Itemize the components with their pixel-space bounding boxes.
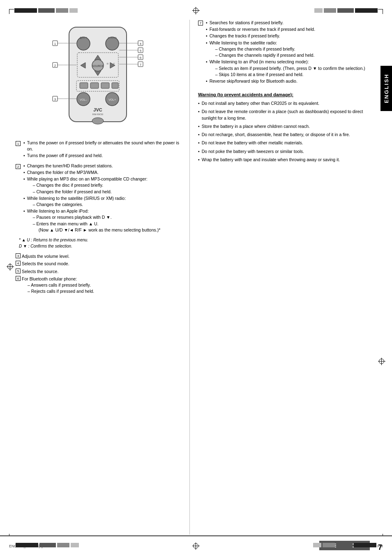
- svg-rect-18: [112, 83, 118, 88]
- item2-content: • Changes the tuner/HD Radio preset stat…: [23, 163, 180, 234]
- svg-text:4: 4: [140, 42, 142, 46]
- item6: 6 For Bluetooth cellular phone: – Answer…: [16, 276, 180, 295]
- footnote-line1: * ▲ U : Returns to the previous menu.: [19, 237, 180, 243]
- right-reg-mark: [378, 358, 385, 365]
- left-reg-mark: [7, 263, 14, 271]
- warning-title: Warning (to prevent accidents and damage…: [198, 92, 376, 97]
- svg-rect-17: [101, 83, 109, 88]
- svg-text:JVC: JVC: [93, 107, 102, 112]
- english-tab: ENGLISH: [380, 66, 392, 111]
- svg-text:SOURCE: SOURCE: [92, 65, 104, 67]
- warn-item-4: • Do not recharge, short, disassemble, h…: [198, 132, 376, 138]
- page-number: 7: [378, 543, 382, 552]
- item3: 3 Adjusts the volume level.: [16, 253, 180, 259]
- item1-section: 1 • Turns the power on if pressed briefl…: [16, 140, 180, 160]
- warn-item-6: • Do not poke the battery with tweezers …: [198, 148, 376, 155]
- item7-ipod-d1: – Selects an item if pressed briefly. (T…: [210, 65, 365, 72]
- item7-num: 7: [198, 20, 204, 25]
- svg-text:RM-RK50: RM-RK50: [92, 113, 104, 116]
- svg-text:SOUND: SOUND: [108, 37, 117, 39]
- item6-dash1: – Answers calls if pressed briefly.: [22, 282, 94, 288]
- item7-b5: • While listening to an iPod (in menu se…: [206, 59, 365, 78]
- column-divider: [189, 20, 190, 535]
- left-column: ⏻/ATT SOUND SOURCE: [16, 20, 186, 535]
- item7-bullets: • Searches for stations if pressed brief…: [206, 20, 365, 85]
- item2-bullet5: • While listening to an Apple iPod: – Pa…: [23, 208, 180, 233]
- warn-item-1: • Do not install any battery other than …: [198, 100, 376, 107]
- item7-section: 7 • Searches for stations if pressed bri…: [198, 20, 376, 85]
- item2-bullet4: • While listening to the satellite (SIRI…: [23, 195, 180, 208]
- svg-text:3: 3: [54, 97, 56, 101]
- remote-image: ⏻/ATT SOUND SOURCE: [44, 23, 151, 134]
- svg-rect-15: [80, 83, 88, 88]
- warn-item-7: • Wrap the battery with tape and insulat…: [198, 157, 376, 163]
- footnote-line2: D ▼ : Confirms the selection.: [19, 243, 180, 249]
- item7-ipod-d2: – Skips 10 items at a time if pressed an…: [210, 72, 365, 78]
- bottom-deco-bars: [16, 542, 376, 548]
- item2-dash2: – Changes the folder if pressed and held…: [27, 189, 148, 195]
- remote-svg: ⏻/ATT SOUND SOURCE: [44, 23, 151, 134]
- item6-dash2: – Rejects calls if pressed and held.: [22, 288, 94, 294]
- warn-item-2: • Do not leave the remote controller in …: [198, 109, 376, 121]
- item1-bullet1: • Turns the power on if pressed briefly …: [23, 140, 180, 152]
- item1-bullet2: • Turns the power off if pressed and hel…: [23, 153, 180, 159]
- svg-rect-16: [90, 83, 99, 88]
- svg-text:R: R: [107, 63, 108, 65]
- item7-b2: • Fast-forwards or reverses the track if…: [206, 26, 365, 32]
- item7-sat-d1: – Changes the channels if pressed briefl…: [210, 46, 315, 52]
- svg-point-25: [92, 118, 104, 124]
- item2-sub: (Now ▲ U/D ▼/◄ R/F ► work as the menu se…: [27, 227, 161, 233]
- warn-item-3: • Store the battery in a place where chi…: [198, 123, 376, 130]
- warn-item-5: • Do not leave the battery with other me…: [198, 140, 376, 146]
- footnote: * ▲ U : Returns to the previous menu. D …: [19, 237, 180, 249]
- right-column: 7 • Searches for stations if pressed bri…: [193, 20, 376, 535]
- item5: 5 Selects the source.: [16, 269, 180, 275]
- item7-b1: • Searches for stations if pressed brief…: [206, 20, 365, 26]
- item2-dash5: – Enters the main menu with ▲ U.: [27, 221, 161, 227]
- item2-bullet3: • While playing an MP3 disc on an MP3-co…: [23, 176, 180, 195]
- svg-text:1: 1: [54, 42, 56, 46]
- simple-items: 3 Adjusts the volume level. 4 Selects th…: [16, 253, 180, 294]
- svg-text:2: 2: [54, 64, 56, 67]
- item2-dash1: – Changes the disc if pressed briefly.: [27, 182, 148, 188]
- item2-bullet2: • Changes the folder of the MP3/WMA.: [23, 169, 180, 176]
- item2-bullet1: • Changes the tuner/HD Radio preset stat…: [23, 163, 180, 169]
- warning-section: Warning (to prevent accidents and damage…: [198, 92, 376, 163]
- item7-b6: • Reverse skip/forward skip for Bluetoot…: [206, 78, 365, 84]
- item4: 4 Selects the sound mode.: [16, 261, 180, 267]
- item7-sat-d2: – Changes the channels rapidly if presse…: [210, 52, 315, 58]
- warning-list: • Do not install any battery other than …: [198, 100, 376, 163]
- item7-b3: • Changes the tracks if pressed briefly.: [206, 33, 365, 39]
- item2-section: 2 • Changes the tuner/HD Radio preset st…: [16, 163, 180, 234]
- english-tab-label: ENGLISH: [383, 74, 390, 103]
- svg-text:VOL–: VOL–: [80, 98, 87, 101]
- svg-text:5: 5: [140, 49, 142, 53]
- item2-num: 2: [16, 163, 22, 169]
- svg-text:VOL+: VOL+: [108, 98, 116, 101]
- item1-num: 1: [16, 140, 22, 146]
- svg-text:⏻/ATT: ⏻/ATT: [80, 37, 88, 39]
- item2-dash3: – Changes the categories.: [27, 202, 126, 208]
- corner-tr: [378, 9, 383, 14]
- svg-text:7: 7: [140, 63, 142, 67]
- item1-bullets: • Turns the power on if pressed briefly …: [23, 140, 180, 160]
- svg-text:6: 6: [140, 56, 142, 60]
- corner-tl: [9, 9, 14, 14]
- item2-dash4: – Pauses or resumes playback with D ▼.: [27, 214, 161, 220]
- item2-bullets: • Changes the tuner/HD Radio preset stat…: [23, 163, 180, 233]
- item7-b4: • While listening to the satellite radio…: [206, 40, 365, 59]
